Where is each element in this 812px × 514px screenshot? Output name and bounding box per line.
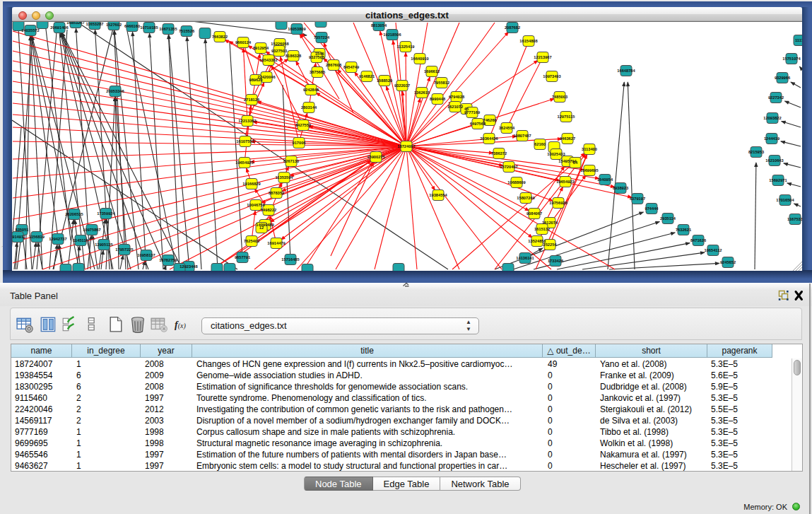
svg-text:19218506: 19218506 [383,33,401,37]
svg-text:12905135: 12905135 [95,243,112,247]
svg-text:3624554: 3624554 [499,126,515,130]
svg-text:12213363: 12213363 [238,119,256,123]
svg-text:1640954: 1640954 [597,177,613,182]
svg-text:7955812: 7955812 [434,81,449,85]
svg-text:3875685: 3875685 [310,70,325,74]
svg-text:12213967: 12213967 [534,55,551,59]
svg-text:8990448: 8990448 [430,97,445,101]
svg-text:14136141: 14136141 [516,256,534,260]
svg-text:7357224: 7357224 [314,35,330,40]
svg-text:9777169: 9777169 [464,110,480,115]
svg-text:11353594: 11353594 [276,175,294,180]
svg-text:10719185: 10719185 [140,25,158,30]
svg-text:16640910: 16640910 [411,57,428,61]
svg-text:1621072: 1621072 [447,105,463,109]
svg-text:1612074: 1612074 [542,221,558,225]
svg-text:19166829: 19166829 [242,182,260,186]
svg-text:8454749: 8454749 [343,65,359,69]
svg-text:1527602: 1527602 [106,23,122,27]
svg-text:10975867: 10975867 [83,228,100,232]
svg-text:9657791: 9657791 [235,255,250,259]
svg-text:20364436: 20364436 [480,136,498,141]
svg-text:2935114: 2935114 [660,216,676,221]
svg-text:8938923: 8938923 [613,186,628,190]
svg-text:6379197: 6379197 [630,197,645,201]
svg-text:11325419: 11325419 [397,45,415,49]
svg-text:8215953: 8215953 [748,150,764,154]
svg-text:16914479: 16914479 [267,241,285,245]
svg-text:62160: 62160 [534,142,546,146]
svg-text:17359924: 17359924 [97,211,115,216]
svg-text:8186328: 8186328 [286,54,301,58]
svg-text:917006: 917006 [293,141,306,145]
svg-text:16107553: 16107553 [236,139,254,144]
svg-text:1696612: 1696612 [424,69,440,74]
svg-text:12942737: 12942737 [49,237,66,241]
svg-text:1362615: 1362615 [414,90,430,95]
svg-text:84: 84 [573,160,578,165]
svg-text:9242848: 9242848 [303,88,319,92]
svg-text:9327505: 9327505 [309,55,324,59]
svg-text:974444: 974444 [645,206,659,211]
svg-text:15692971: 15692971 [769,178,787,182]
svg-text:16053809: 16053809 [288,27,305,31]
svg-text:3914911: 3914911 [12,235,25,239]
svg-text:10688609: 10688609 [507,180,525,185]
svg-text:2803144: 2803144 [301,105,317,110]
svg-text:10671355: 10671355 [159,27,177,31]
svg-text:8878352: 8878352 [269,191,284,195]
svg-text:8427552: 8427552 [295,123,311,127]
svg-text:1145114: 1145114 [73,238,88,243]
svg-text:12975115: 12975115 [558,115,575,119]
svg-text:20053346: 20053346 [106,89,124,93]
svg-text:9327503: 9327503 [271,49,287,53]
svg-text:9227342: 9227342 [768,95,784,100]
svg-text:7386372: 7386372 [491,151,507,156]
svg-text:6794028: 6794028 [449,95,464,99]
svg-text:9660124: 9660124 [235,40,252,45]
svg-text:26206535: 26206535 [65,212,83,216]
svg-text:15226058: 15226058 [271,42,288,46]
svg-text:252254: 252254 [543,243,558,247]
svg-text:1615132: 1615132 [534,227,550,231]
svg-text:6466160: 6466160 [124,24,140,28]
svg-text:9084067: 9084067 [526,211,542,216]
svg-text:16210643: 16210643 [765,158,783,163]
svg-text:12923448: 12923448 [180,264,197,269]
svg-text:9329966: 9329966 [775,76,790,80]
svg-text:10973493: 10973493 [543,74,560,78]
svg-text:19756928: 19756928 [549,201,567,205]
svg-text:8912954: 8912954 [253,46,269,50]
svg-text:16782759: 16782759 [159,258,177,262]
svg-text:17016504: 17016504 [776,198,794,202]
svg-text:9463627: 9463627 [560,136,575,141]
svg-text:7625402: 7625402 [244,239,259,243]
svg-text:9322037: 9322037 [394,83,410,88]
svg-text:16853267: 16853267 [66,22,84,25]
svg-text:1117: 1117 [795,38,802,42]
svg-text:15900275: 15900275 [367,155,384,159]
svg-text:10046756: 10046756 [247,203,264,207]
svg-text:989620: 989620 [249,78,263,82]
svg-text:20691406: 20691406 [50,25,68,30]
svg-text:835051: 835051 [16,228,29,232]
svg-text:2718126: 2718126 [244,98,259,102]
svg-text:16648784: 16648784 [617,69,635,73]
svg-text:17957225: 17957225 [115,247,133,252]
svg-text:2087682: 2087682 [505,25,520,30]
svg-text:9245652: 9245652 [720,260,736,264]
svg-text:8471626: 8471626 [690,238,706,243]
svg-text:7485003: 7485003 [552,95,567,99]
svg-text:1733426: 1733426 [548,259,563,263]
svg-text:7663822: 7663822 [212,35,228,39]
svg-text:8267130: 8267130 [283,159,299,163]
svg-text:6497568: 6497568 [470,122,486,126]
svg-text:2867608: 2867608 [326,63,341,67]
svg-text:12093822: 12093822 [763,116,781,120]
svg-text:10699695: 10699695 [580,168,598,173]
svg-text:1588520: 1588520 [377,78,392,83]
svg-text:10025433: 10025433 [547,152,565,156]
svg-text:15751074: 15751074 [782,57,801,61]
svg-text:15716485: 15716485 [281,257,299,262]
svg-text:19384554: 19384554 [429,193,447,197]
